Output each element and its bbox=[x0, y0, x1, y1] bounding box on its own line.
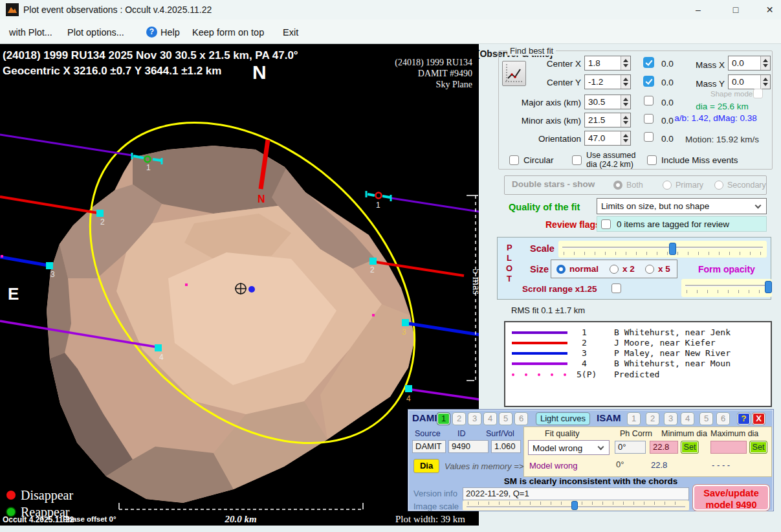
isam-title: ISAM bbox=[597, 412, 621, 423]
center-x-spinner[interactable]: 1.8 bbox=[584, 56, 631, 71]
double-primary-radio[interactable] bbox=[663, 181, 672, 190]
chord-3-marker[interactable] bbox=[46, 262, 53, 269]
shape-model-label: Shape model bbox=[710, 90, 754, 98]
circular-checkbox[interactable] bbox=[509, 155, 519, 165]
sky-plane-plot[interactable]: 1 1 2 2 3 3 4 4 N bbox=[0, 44, 479, 526]
menu-keep-on-top[interactable]: Keep form on top bbox=[192, 27, 264, 38]
damit-model-6-button[interactable]: 6 bbox=[514, 412, 528, 425]
size-radio-group: normal x 2 x 5 bbox=[551, 260, 677, 278]
phase-offset-label: Phase offset 0° bbox=[63, 515, 116, 523]
isam-3-button[interactable]: 3 bbox=[664, 412, 677, 425]
center-y-spinner[interactable]: -1.2 bbox=[584, 74, 631, 89]
image-scale-thumb[interactable] bbox=[571, 501, 578, 510]
isam-4-button[interactable]: 4 bbox=[681, 412, 694, 425]
orientation-spinner[interactable]: 47.0 bbox=[584, 131, 631, 146]
save-update-model-button[interactable]: Save/update model 9490 bbox=[693, 485, 769, 511]
close-button[interactable]: ✕ bbox=[758, 0, 781, 19]
review-flags-checkbox[interactable] bbox=[601, 219, 611, 229]
scale-slider[interactable] bbox=[558, 241, 767, 258]
scale-label: Scale bbox=[530, 243, 555, 254]
opacity-slider-thumb[interactable] bbox=[765, 281, 772, 293]
chord-3-marker[interactable] bbox=[402, 319, 409, 326]
size-x2-radio[interactable] bbox=[610, 265, 619, 274]
size-x5-radio[interactable] bbox=[645, 265, 654, 274]
help-icon[interactable]: ? bbox=[146, 27, 157, 38]
isam-2-button[interactable]: 2 bbox=[646, 412, 659, 425]
center-y-fix-checkbox[interactable] bbox=[643, 76, 654, 87]
menu-plot-options[interactable]: Plot options... bbox=[67, 27, 124, 38]
orientation-label: Orientation bbox=[511, 134, 581, 144]
plot-letter: O bbox=[506, 263, 512, 273]
chord-4-marker[interactable] bbox=[155, 344, 162, 351]
observations-list[interactable]: 1 B Whitehurst, near Jenk 2 J Moore, nea… bbox=[504, 321, 772, 407]
chord-1-ingress-marker[interactable] bbox=[366, 191, 391, 201]
scale-slider-thumb[interactable] bbox=[669, 243, 676, 255]
menu-with-plot[interactable]: with Plot... bbox=[9, 27, 52, 38]
set-max-dia-button[interactable]: Set bbox=[749, 441, 767, 454]
scroll-range-checkbox[interactable] bbox=[611, 283, 621, 293]
motion-label: Motion: 15.92 km/s bbox=[673, 135, 771, 144]
form-opacity-slider[interactable] bbox=[681, 279, 772, 297]
orientation-fix-checkbox[interactable] bbox=[644, 132, 654, 142]
minor-axis-spinner[interactable]: 21.5 bbox=[584, 113, 631, 127]
major-axis-spinner[interactable]: 30.5 bbox=[584, 94, 631, 109]
damit-model-4-button[interactable]: 4 bbox=[483, 412, 497, 425]
maximize-button[interactable]: □ bbox=[721, 0, 751, 19]
isam-1-button[interactable]: 1 bbox=[627, 412, 641, 425]
shape-model-checkbox[interactable] bbox=[753, 89, 763, 98]
light-curves-button[interactable]: Light curves bbox=[536, 412, 590, 425]
chord-4-marker[interactable] bbox=[405, 385, 412, 392]
fit-quality-header: Fit quality bbox=[545, 429, 580, 438]
major-axis-fix-checkbox[interactable] bbox=[644, 96, 654, 105]
center-x-fix-checkbox[interactable] bbox=[643, 57, 654, 68]
maximum-dia-field[interactable] bbox=[710, 441, 747, 454]
double-both-radio[interactable] bbox=[613, 181, 622, 190]
minimum-dia-field[interactable]: 22.8 bbox=[650, 441, 678, 454]
size-x2-label: x 2 bbox=[622, 264, 635, 274]
mass-y-spinner[interactable]: 0.0 bbox=[728, 74, 771, 89]
damit-model-3-button[interactable]: 3 bbox=[468, 412, 481, 425]
assumed-dia-checkbox[interactable] bbox=[572, 155, 582, 165]
damit-close-button[interactable]: X bbox=[752, 412, 765, 425]
chord-label: 3 bbox=[50, 270, 55, 279]
isam-6-button[interactable]: 6 bbox=[716, 412, 730, 425]
image-scale-slider[interactable] bbox=[463, 500, 689, 511]
damit-model-2-button[interactable]: 2 bbox=[452, 412, 466, 425]
ab-dmag-label: a/b: 1.42, dMag: 0.38 bbox=[659, 113, 773, 123]
disappear-label: Disappear bbox=[21, 488, 73, 503]
quality-of-fit-label: Quality of the fit bbox=[509, 202, 580, 212]
chord-2-marker[interactable] bbox=[369, 258, 377, 265]
isam-5-button[interactable]: 5 bbox=[699, 412, 713, 425]
east-label: E bbox=[8, 284, 19, 304]
plot-canvas[interactable]: 1 1 2 2 3 3 4 4 N bbox=[0, 44, 479, 526]
include-miss-checkbox[interactable] bbox=[647, 155, 657, 165]
menu-help[interactable]: Help bbox=[160, 27, 180, 38]
size-normal-radio[interactable] bbox=[556, 265, 566, 274]
minor-axis-fix-checkbox[interactable] bbox=[644, 114, 654, 124]
minimize-button[interactable]: – bbox=[683, 0, 713, 19]
quality-of-fit-dropdown[interactable]: Limits on size, but no shape bbox=[597, 198, 767, 214]
version-info-field[interactable]: 2022-11-29, Q=1 bbox=[463, 487, 689, 500]
double-secondary-radio[interactable] bbox=[714, 181, 723, 190]
plot-width-label: Plot width: 39 km bbox=[395, 514, 465, 524]
plot-header-line1: (24018) 1999 RU134 2025 Nov 30 30.5 x 21… bbox=[3, 49, 298, 61]
predicted-dot bbox=[564, 373, 566, 376]
menu-exit[interactable]: Exit bbox=[283, 27, 298, 38]
title-bar[interactable]: Plot event observations : Occult v.4.202… bbox=[0, 0, 781, 19]
dia-button[interactable]: Dia bbox=[413, 459, 439, 473]
size-x5-label: x 5 bbox=[658, 264, 670, 274]
damit-help-button[interactable]: ? bbox=[737, 412, 751, 425]
fit-quality-dropdown[interactable]: Model wrong bbox=[528, 440, 610, 455]
ph-corrn-field[interactable]: 0° bbox=[615, 441, 646, 454]
chord-2-marker[interactable] bbox=[96, 210, 104, 217]
chord-label: 2 bbox=[370, 265, 375, 274]
model-center-dot bbox=[248, 286, 255, 293]
mass-x-spinner[interactable]: 0.0 bbox=[728, 56, 771, 71]
set-min-dia-button[interactable]: Set bbox=[681, 441, 699, 454]
plot-letter: L bbox=[507, 253, 512, 263]
include-miss-label: Include Miss events bbox=[661, 155, 738, 165]
plot-letter: T bbox=[507, 274, 512, 283]
damit-model-5-button[interactable]: 5 bbox=[499, 412, 512, 425]
damit-model-1-button[interactable]: 1 bbox=[437, 412, 450, 425]
app-icon bbox=[6, 3, 19, 16]
